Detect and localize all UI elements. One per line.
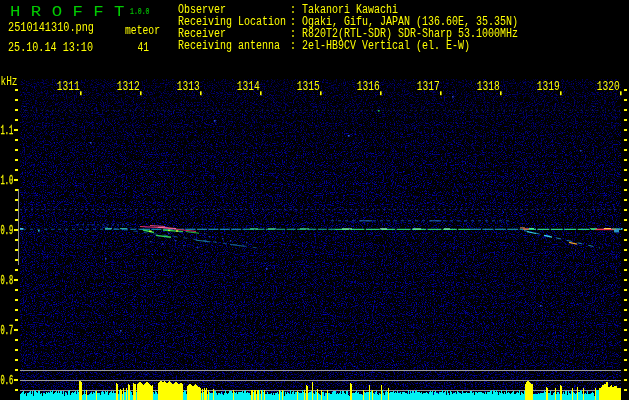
- svg-text:1.0.0: 1.0.0: [130, 7, 150, 17]
- svg-text:1317: 1317: [417, 80, 440, 94]
- svg-text:0.8: 0.8: [1, 274, 14, 288]
- svg-text:1315: 1315: [297, 80, 320, 94]
- svg-text:0.7: 0.7: [1, 324, 14, 338]
- svg-text:1.0: 1.0: [1, 174, 14, 188]
- svg-text:: 2el-HB9CV Vertical (el. E-W): : 2el-HB9CV Vertical (el. E-W): [290, 39, 470, 53]
- svg-text:1319: 1319: [537, 80, 560, 94]
- svg-text:1320: 1320: [597, 80, 620, 94]
- svg-text:1314: 1314: [237, 80, 260, 94]
- svg-text:meteor: meteor: [125, 24, 160, 38]
- svg-text:1.1: 1.1: [1, 124, 14, 138]
- svg-text:0.9: 0.9: [1, 224, 14, 238]
- svg-text:1311: 1311: [57, 80, 80, 94]
- svg-text:0.6: 0.6: [1, 374, 14, 388]
- svg-text:kHz: kHz: [1, 75, 18, 89]
- svg-text:1316: 1316: [357, 80, 380, 94]
- svg-text:25.10.14 13:10: 25.10.14 13:10: [8, 41, 93, 55]
- svg-text:1313: 1313: [177, 80, 200, 94]
- svg-text:Receiving antenna: Receiving antenna: [178, 39, 280, 53]
- svg-text:1318: 1318: [477, 80, 500, 94]
- svg-text:H R O F F T: H R O F F T: [10, 4, 125, 20]
- svg-text:1312: 1312: [117, 80, 140, 94]
- svg-text:2510141310.png: 2510141310.png: [8, 21, 94, 35]
- svg-text:41: 41: [138, 41, 150, 55]
